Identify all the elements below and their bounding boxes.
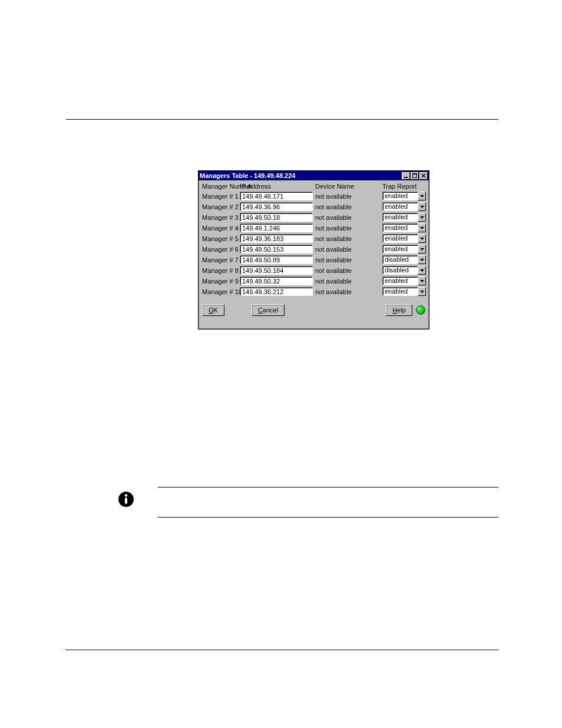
chevron-down-icon[interactable] xyxy=(418,266,426,275)
manager-row-label: Manager # 8 xyxy=(202,267,237,274)
chevron-down-icon[interactable] xyxy=(418,223,426,232)
ip-address-input[interactable] xyxy=(240,266,313,275)
trap-report-select[interactable]: enabled xyxy=(382,245,426,253)
col-header-ip-address: IP Address xyxy=(240,183,313,190)
chevron-down-icon[interactable] xyxy=(418,234,426,243)
col-header-device-name: Device Name xyxy=(315,183,380,190)
ip-address-input[interactable] xyxy=(240,287,313,296)
device-name-cell: not available xyxy=(315,278,380,285)
device-name-cell: not available xyxy=(315,256,380,263)
svg-rect-5 xyxy=(412,173,417,174)
chevron-down-icon[interactable] xyxy=(418,276,426,285)
svg-marker-16 xyxy=(420,280,424,282)
chevron-down-icon[interactable] xyxy=(418,245,426,253)
trap-report-value: enabled xyxy=(382,213,418,222)
svg-marker-8 xyxy=(420,195,424,197)
svg-marker-12 xyxy=(420,238,424,240)
window-title: Managers Table - 149.49.48.224 xyxy=(200,172,401,179)
close-button[interactable] xyxy=(419,172,428,180)
manager-row-label: Manager # 4 xyxy=(202,225,237,232)
ip-address-input[interactable] xyxy=(240,202,313,211)
managers-table-dialog: Managers Table - 149.49.48.224 Manager N… xyxy=(198,170,429,330)
trap-report-value: disabled xyxy=(382,266,418,275)
trap-report-value: enabled xyxy=(382,202,418,211)
help-button-text: elp xyxy=(397,307,406,314)
ip-address-input[interactable] xyxy=(240,223,313,232)
help-button[interactable]: Help xyxy=(386,304,412,316)
svg-marker-13 xyxy=(420,248,424,251)
trap-report-value: enabled xyxy=(382,287,418,296)
svg-marker-9 xyxy=(420,206,424,208)
titlebar[interactable]: Managers Table - 149.49.48.224 xyxy=(199,171,429,180)
manager-row-label: Manager # 6 xyxy=(202,246,237,253)
trap-report-value: enabled xyxy=(382,223,418,232)
svg-rect-3 xyxy=(404,177,408,178)
device-name-cell: not available xyxy=(315,225,380,232)
chevron-down-icon[interactable] xyxy=(418,255,426,264)
svg-marker-14 xyxy=(420,259,424,261)
manager-row-label: Manager # 5 xyxy=(202,235,237,242)
trap-report-select[interactable]: enabled xyxy=(382,276,426,285)
svg-marker-17 xyxy=(420,291,424,293)
ip-address-input[interactable] xyxy=(240,213,313,222)
manager-row-label: Manager # 7 xyxy=(202,256,237,263)
manager-row-label: Manager # 2 xyxy=(202,203,237,210)
trap-report-select[interactable]: enabled xyxy=(382,223,426,232)
ip-address-input[interactable] xyxy=(240,245,313,253)
cancel-button-underline: C xyxy=(258,307,263,314)
device-name-cell: not available xyxy=(315,235,380,242)
trap-report-select[interactable]: enabled xyxy=(382,202,426,211)
chevron-down-icon[interactable] xyxy=(418,287,426,296)
trap-report-value: enabled xyxy=(382,192,418,200)
manager-row-label: Manager # 10 xyxy=(202,288,237,295)
ok-button[interactable]: OK xyxy=(202,304,224,316)
manager-row-label: Manager # 9 xyxy=(202,278,237,285)
manager-row-label: Manager # 1 xyxy=(202,193,237,200)
cancel-button-text: ancel xyxy=(263,307,278,314)
ip-address-input[interactable] xyxy=(240,276,313,285)
trap-report-value: enabled xyxy=(382,276,418,285)
manager-row-label: Manager # 3 xyxy=(202,214,237,221)
svg-rect-2 xyxy=(125,498,127,504)
page-rule-top xyxy=(66,119,498,120)
svg-marker-15 xyxy=(420,269,424,272)
chevron-down-icon[interactable] xyxy=(418,213,426,222)
chevron-down-icon[interactable] xyxy=(418,202,426,211)
trap-report-select[interactable]: enabled xyxy=(382,287,426,296)
info-icon xyxy=(118,491,134,509)
device-name-cell: not available xyxy=(315,203,380,210)
help-button-underline: H xyxy=(392,307,397,314)
ip-address-input[interactable] xyxy=(240,192,313,200)
maximize-button[interactable] xyxy=(411,172,419,180)
trap-report-select[interactable]: disabled xyxy=(382,266,426,275)
svg-point-1 xyxy=(125,494,127,496)
cancel-button[interactable]: Cancel xyxy=(252,304,285,316)
trap-report-select[interactable]: disabled xyxy=(382,255,426,264)
svg-marker-10 xyxy=(420,216,424,219)
page-rule-mid-2 xyxy=(158,517,498,518)
device-name-cell: not available xyxy=(315,246,380,253)
trap-report-value: enabled xyxy=(382,234,418,243)
device-name-cell: not available xyxy=(315,267,380,274)
trap-report-value: disabled xyxy=(382,255,418,264)
col-header-trap-report: Trap Report xyxy=(382,183,426,190)
status-led-icon xyxy=(416,305,425,315)
col-header-manager-number: Manager Number xyxy=(202,183,237,190)
trap-report-select[interactable]: enabled xyxy=(382,192,426,200)
minimize-button[interactable] xyxy=(402,172,410,180)
device-name-cell: not available xyxy=(315,193,380,200)
ok-button-text: K xyxy=(214,307,218,314)
page-rule-bottom xyxy=(65,650,499,650)
device-name-cell: not available xyxy=(315,288,380,295)
device-name-cell: not available xyxy=(315,214,380,221)
page-rule-mid-1 xyxy=(158,487,498,487)
trap-report-select[interactable]: enabled xyxy=(382,213,426,222)
chevron-down-icon[interactable] xyxy=(418,192,426,200)
trap-report-value: enabled xyxy=(382,245,418,253)
ip-address-input[interactable] xyxy=(240,255,313,264)
ok-button-underline: O xyxy=(209,307,214,314)
svg-marker-11 xyxy=(420,227,424,229)
trap-report-select[interactable]: enabled xyxy=(382,234,426,243)
ip-address-input[interactable] xyxy=(240,234,313,243)
